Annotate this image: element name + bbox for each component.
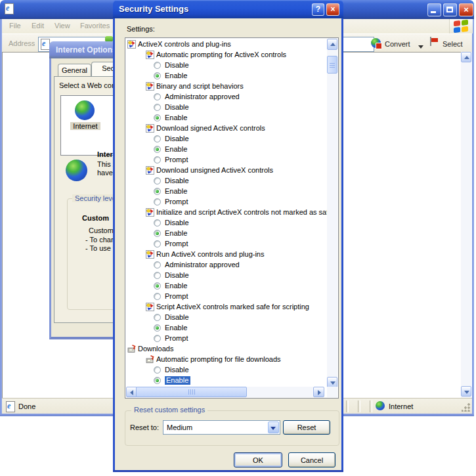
convert-button[interactable]: Convert	[385, 40, 410, 48]
settings-row[interactable]: Disable	[126, 218, 328, 228]
settings-vscrollbar[interactable]	[327, 39, 337, 388]
setting-label[interactable]: Run ActiveX controls and plug-ins	[156, 250, 264, 258]
category-label[interactable]: Downloads	[138, 345, 173, 353]
option-label[interactable]: Administrator approved	[165, 93, 240, 100]
radio-selected[interactable]	[154, 72, 161, 79]
radio-unselected[interactable]	[154, 177, 161, 184]
settings-row[interactable]: Enable	[126, 113, 328, 123]
settings-row[interactable]: Disable	[126, 365, 328, 376]
radio-selected[interactable]	[154, 282, 161, 290]
settings-row[interactable]: Prompt	[126, 334, 328, 344]
radio-unselected[interactable]	[154, 366, 161, 374]
option-label[interactable]: Prompt	[165, 334, 188, 342]
page-scrollbar[interactable]	[461, 52, 471, 398]
setting-label[interactable]: Download unsigned ActiveX controls	[156, 166, 273, 174]
reset-button[interactable]: Reset	[283, 420, 330, 435]
cancel-button[interactable]: Cancel	[288, 452, 335, 467]
settings-row[interactable]: Initialize and script ActiveX controls n…	[126, 207, 328, 218]
settings-row[interactable]: Binary and script behaviors	[126, 81, 328, 92]
vscroll-thumb[interactable]	[327, 56, 337, 74]
combo-dropdown-button[interactable]	[268, 422, 279, 433]
radio-selected[interactable]	[154, 230, 161, 237]
radio-unselected[interactable]	[154, 240, 161, 248]
option-label[interactable]: Enable	[165, 376, 190, 385]
settings-row[interactable]: Enable	[126, 323, 328, 334]
settings-row[interactable]: ActiveX controls and plug-ins	[126, 39, 328, 50]
option-label[interactable]: Disable	[165, 135, 189, 142]
option-label[interactable]: Disable	[165, 313, 189, 321]
settings-row[interactable]: Disable	[126, 313, 328, 323]
radio-unselected[interactable]	[154, 104, 161, 111]
settings-row[interactable]: Run ActiveX controls and plug-ins	[126, 249, 328, 260]
menu-file[interactable]: File	[9, 22, 21, 30]
option-label[interactable]: Prompt	[165, 292, 188, 300]
settings-row[interactable]: Enable	[126, 186, 328, 197]
settings-row[interactable]: Disable	[126, 60, 328, 71]
option-label[interactable]: Enable	[165, 114, 187, 121]
settings-row[interactable]: Disable	[126, 270, 328, 281]
scroll-down-button[interactable]	[461, 386, 471, 397]
option-label[interactable]: Enable	[165, 145, 187, 153]
settings-row[interactable]: Download unsigned ActiveX controls	[126, 165, 328, 176]
settings-row[interactable]: Prompt	[126, 155, 328, 165]
settings-hscrollbar[interactable]	[126, 387, 324, 397]
settings-row[interactable]: Enable	[126, 144, 328, 155]
settings-row[interactable]: Enable	[126, 71, 328, 81]
maximize-button[interactable]	[443, 3, 457, 16]
option-label[interactable]: Disable	[165, 366, 189, 374]
radio-unselected[interactable]	[154, 261, 161, 269]
settings-row[interactable]: Disable	[126, 102, 328, 113]
scroll-right-button[interactable]	[313, 387, 324, 397]
option-label[interactable]: Administrator approved	[165, 261, 240, 269]
select-button[interactable]: Select	[443, 40, 463, 48]
reset-to-select[interactable]: Medium	[163, 420, 280, 435]
settings-row[interactable]: Enable	[126, 228, 328, 239]
option-label[interactable]: Disable	[165, 219, 189, 227]
option-label[interactable]: Prompt	[165, 240, 188, 248]
settings-row[interactable]: Script ActiveX controls marked safe for …	[126, 302, 328, 313]
option-label[interactable]: Enable	[165, 282, 187, 290]
radio-selected[interactable]	[154, 114, 161, 121]
category-label[interactable]: ActiveX controls and plug-ins	[138, 40, 231, 48]
menu-favorites[interactable]: Favorites	[80, 22, 110, 30]
option-label[interactable]: Disable	[165, 177, 189, 184]
settings-row[interactable]: Disable	[126, 176, 328, 186]
setting-label[interactable]: Initialize and script ActiveX controls n…	[156, 208, 328, 216]
radio-selected[interactable]	[154, 324, 161, 332]
radio-unselected[interactable]	[154, 219, 161, 227]
menu-edit[interactable]: Edit	[32, 22, 44, 30]
radio-unselected[interactable]	[154, 135, 161, 142]
option-label[interactable]: Prompt	[165, 156, 188, 163]
radio-unselected[interactable]	[154, 335, 161, 342]
settings-row[interactable]: Downloads	[126, 344, 328, 355]
settings-row[interactable]: Enable	[126, 376, 328, 386]
radio-unselected[interactable]	[154, 156, 161, 163]
settings-row[interactable]: Download signed ActiveX controls	[126, 123, 328, 134]
option-label[interactable]: Disable	[165, 103, 189, 111]
settings-row[interactable]: Prompt	[126, 292, 328, 302]
settings-list[interactable]: ActiveX controls and plug-insAutomatic p…	[125, 37, 339, 399]
option-label[interactable]: Disable	[165, 271, 189, 279]
zone-list-item[interactable]: Internet	[70, 122, 100, 130]
setting-label[interactable]: Download signed ActiveX controls	[156, 124, 265, 132]
hscroll-thumb[interactable]	[136, 387, 247, 397]
setting-label[interactable]: Script ActiveX controls marked safe for …	[156, 303, 309, 311]
minimize-button[interactable]	[427, 3, 441, 16]
radio-unselected[interactable]	[154, 293, 161, 300]
setting-label[interactable]: Automatic prompting for ActiveX controls	[156, 51, 286, 58]
radio-unselected[interactable]	[154, 93, 161, 100]
option-label[interactable]: Enable	[165, 324, 187, 332]
radio-unselected[interactable]	[154, 314, 161, 321]
settings-row[interactable]: Administrator approved	[126, 260, 328, 270]
close-button[interactable]: ×	[459, 3, 473, 16]
settings-row[interactable]: Prompt	[126, 239, 328, 249]
setting-label[interactable]: Automatic prompting for file downloads	[156, 355, 281, 363]
option-label[interactable]: Enable	[165, 72, 187, 79]
scroll-up-button[interactable]	[327, 39, 337, 50]
convert-dropdown-icon[interactable]	[418, 42, 423, 50]
radio-selected[interactable]	[154, 377, 161, 384]
help-button[interactable]: ?	[312, 3, 324, 16]
setting-label[interactable]: Binary and script behaviors	[156, 82, 244, 90]
menu-view[interactable]: View	[54, 22, 70, 30]
security-settings-titlebar[interactable]: Security Settings ? ×	[113, 0, 343, 18]
